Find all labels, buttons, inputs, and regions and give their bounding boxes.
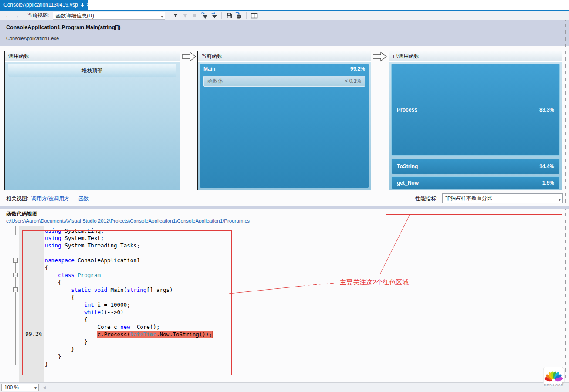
called-function-label: get_Now	[397, 180, 419, 186]
zoom-dropdown[interactable]: 100 % ▾	[1, 384, 39, 391]
export-report-icon[interactable]	[234, 12, 244, 20]
code-line: {	[11, 279, 559, 286]
code-line: }	[11, 338, 559, 345]
related-views-label: 相关视图:	[6, 195, 28, 203]
main-function-block[interactable]: Main 99.2% 函数体 < 0.1%	[200, 64, 369, 188]
current-view-dropdown[interactable]: 函数详细信息(D) ▾	[53, 12, 165, 20]
gutter-percent	[19, 242, 44, 249]
main-percent: 99.2%	[350, 66, 365, 72]
fold-collapse-icon[interactable]: −	[13, 258, 18, 263]
gutter-percent	[19, 271, 44, 279]
metric-dropdown[interactable]: 非独占样本数百分比 ▾	[442, 193, 563, 203]
function-header: ConsoleApplication1.Program.Main(string[…	[0, 20, 569, 46]
related-views-row: 相关视图: 调用方/被调用方 函数 性能指标: 非独占样本数百分比 ▾	[0, 193, 569, 205]
current-function-header: 当前函数	[198, 51, 371, 61]
refresh-filter-icon[interactable]	[209, 12, 219, 20]
code-line: using System.Threading.Tasks;	[11, 242, 559, 249]
codeview-title: 函数代码视图	[6, 210, 37, 218]
gutter-percent	[19, 257, 44, 264]
called-functions-body: Process 83.3% ToString 14.4% get_Now 1.5…	[389, 62, 562, 190]
gutter-percent	[19, 316, 44, 323]
current-view-label: 当前视图:	[27, 12, 49, 19]
called-function-process[interactable]: Process 83.3%	[391, 64, 560, 156]
clear-filter-icon	[180, 12, 190, 20]
close-icon[interactable]: ✕	[86, 2, 90, 8]
gutter-percent	[19, 338, 44, 345]
code-line: −namespace ConsoleApplication1	[11, 257, 559, 264]
gutter-percent	[19, 227, 44, 234]
apply-filter-icon[interactable]	[200, 12, 209, 20]
document-tab[interactable]: ConsoleApplication1130419.vsp ✕	[0, 0, 88, 10]
gutter-percent	[19, 264, 44, 271]
back-button[interactable]: ←	[3, 11, 12, 20]
gutter-percent	[19, 234, 44, 242]
called-functions-header: 已调用函数	[389, 51, 562, 61]
called-function-percent: 1.5%	[542, 180, 554, 186]
called-function-label: ToString	[397, 163, 418, 169]
function-body-bar[interactable]: 函数体 < 0.1%	[203, 76, 365, 87]
document-tab-title: ConsoleApplication1130419.vsp	[3, 2, 78, 8]
flow-arrow-icon	[373, 51, 387, 62]
gutter-percent	[19, 360, 44, 368]
gutter-percent	[19, 249, 44, 257]
related-link-caller-callee[interactable]: 调用方/被调用方	[31, 195, 69, 203]
chevron-down-icon: ▾	[34, 385, 37, 391]
related-link-functions[interactable]: 函数	[78, 195, 89, 203]
toolbar-separator	[246, 12, 247, 19]
toolbar-separator	[221, 12, 222, 19]
code-editor: using System.Linq;using System.Text;usin…	[11, 227, 559, 368]
chevron-down-icon: ▾	[559, 196, 561, 204]
metric-label: 性能指标:	[415, 195, 437, 203]
gutter-percent: 99.2%	[19, 331, 44, 338]
scroll-left-arrow-icon[interactable]: ◂	[43, 384, 46, 390]
code-line: using System.Text;	[11, 234, 559, 242]
code-line: using System.Linq;	[11, 227, 559, 234]
toolbar: ← → 当前视图: 函数详细信息(D) ▾	[0, 11, 569, 20]
gutter-percent	[19, 323, 44, 331]
called-function-tostring[interactable]: ToString 14.4%	[391, 159, 560, 174]
split-view-icon[interactable]	[249, 12, 259, 20]
mbsu-logo: MBSU.COM	[541, 367, 567, 389]
separator	[0, 206, 569, 209]
save-icon[interactable]	[224, 12, 234, 20]
module-name: ConsoleApplication1.exe	[6, 36, 59, 41]
code-line: int i = 10000;	[11, 301, 559, 308]
forward-button: →	[12, 11, 21, 20]
gutter-percent	[19, 294, 44, 301]
toolbar-separator	[168, 12, 168, 19]
called-function-percent: 83.3%	[539, 107, 554, 113]
fold-collapse-icon[interactable]: −	[13, 287, 18, 292]
code-line: }	[11, 353, 559, 360]
code-line: }	[11, 360, 559, 368]
function-body-percent: < 0.1%	[345, 76, 361, 86]
profiler-window: ConsoleApplication1130419.vsp ✕ ← → 当前视图…	[0, 0, 569, 392]
stack-top-button[interactable]: 堆栈顶部	[8, 64, 176, 77]
pin-icon[interactable]	[80, 2, 85, 8]
code-line: 99.2% c.Process(DateTime.Now.ToString())…	[11, 331, 559, 338]
called-function-getnow[interactable]: get_Now 1.5%	[391, 176, 560, 189]
gutter-percent	[19, 286, 44, 294]
code-line: Core c=new Core();	[11, 323, 559, 331]
page-title: ConsoleApplication1.Program.Main(string[…	[6, 24, 121, 30]
code-line	[11, 249, 559, 257]
gutter-percent	[19, 345, 44, 353]
status-bar: 100 % ▾ ◂	[0, 382, 569, 392]
gutter-percent	[19, 353, 44, 360]
chevron-down-icon: ▾	[161, 13, 163, 20]
code-line: }	[11, 345, 559, 353]
gutter-percent	[19, 279, 44, 286]
main-label: Main	[203, 66, 215, 72]
logo-text: MBSU.COM	[541, 383, 567, 387]
code-line: {	[11, 264, 559, 271]
called-function-percent: 14.4%	[539, 163, 554, 169]
called-functions-panel: 已调用函数 Process 83.3% ToString 14.4% get_N…	[389, 51, 562, 190]
code-line: {	[11, 316, 559, 323]
stop-icon	[190, 12, 200, 20]
code-line: {	[11, 294, 559, 301]
highlighted-code: c.Process(DateTime.Now.ToString());	[97, 331, 212, 338]
zoom-value: 100 %	[4, 385, 19, 390]
function-body-label: 函数体	[207, 78, 223, 84]
source-file-path[interactable]: c:\Users\Aaron\Documents\Visual Studio 2…	[6, 218, 250, 223]
filter-icon[interactable]	[171, 12, 180, 20]
fold-collapse-icon[interactable]: −	[13, 273, 18, 277]
